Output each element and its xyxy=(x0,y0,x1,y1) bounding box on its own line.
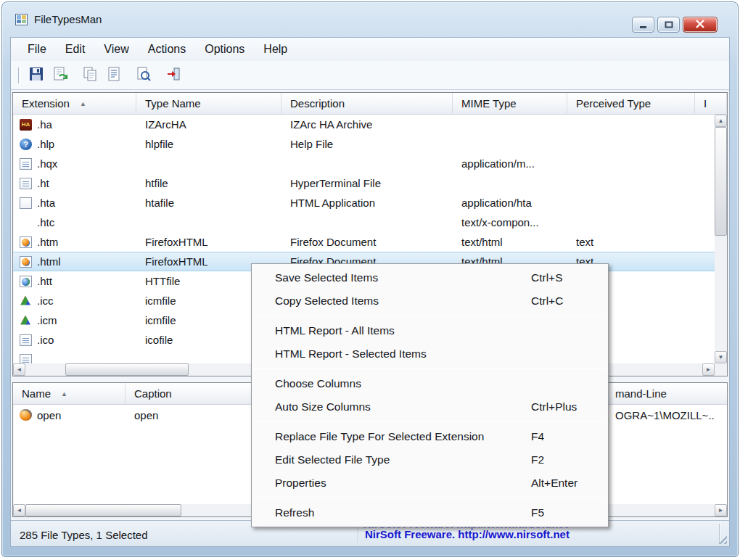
column-header-mime-type[interactable]: MIME Type xyxy=(453,93,567,114)
type-name-cell: htafile xyxy=(136,197,281,209)
column-header-perceived-type[interactable]: Perceived Type xyxy=(567,93,695,114)
menu-item-html-report-all-items[interactable]: HTML Report - All Items xyxy=(253,319,607,342)
extension-text: .icc xyxy=(37,295,54,307)
extension-text: .htt xyxy=(37,275,52,287)
screenshot-stage: FileTypesMan File Edit View Actions Opti… xyxy=(0,0,740,560)
file-type-icon xyxy=(20,334,32,346)
scroll-right-icon[interactable]: ► xyxy=(702,363,715,376)
menu-view[interactable]: View xyxy=(94,39,138,59)
menu-item-choose-columns[interactable]: Choose Columns xyxy=(253,372,607,395)
nirsoft-link[interactable]: NirSoft Freeware. http://www.nirsoft.net xyxy=(365,528,570,540)
menu-item-label: Copy Selected Items xyxy=(275,295,379,307)
window-controls xyxy=(632,17,718,33)
menu-item-shortcut: Ctrl+Plus xyxy=(531,395,577,419)
table-row[interactable]: .hthtfileHyperTerminal File xyxy=(13,173,715,193)
scroll-up-icon[interactable]: ▲ xyxy=(715,115,727,127)
column-header-extension[interactable]: Extension▲ xyxy=(13,93,136,114)
sort-ascending-icon: ▲ xyxy=(80,100,86,107)
extension-cell: .htm xyxy=(13,236,136,248)
filetypesman-window: FileTypesMan File Edit View Actions Opti… xyxy=(1,1,739,557)
menu-item-html-report-selected-items[interactable]: HTML Report - Selected Items xyxy=(253,342,607,366)
table-row[interactable]: .htahtafileHTML Applicationapplication/h… xyxy=(13,193,715,213)
menu-item-properties[interactable]: PropertiesAlt+Enter xyxy=(253,472,607,495)
find-icon xyxy=(136,66,152,85)
toolbar xyxy=(11,61,729,90)
menu-file[interactable]: File xyxy=(18,39,56,59)
file-types-header: Extension▲ Type Name Description MIME Ty… xyxy=(13,93,727,115)
menu-edit[interactable]: Edit xyxy=(56,39,95,59)
menu-item-shortcut: F5 xyxy=(531,501,544,524)
scroll-right-icon[interactable]: ► xyxy=(715,504,727,516)
scroll-down-icon[interactable]: ▼ xyxy=(715,351,727,363)
type-name-cell: hlpfile xyxy=(136,138,281,150)
menu-item-replace-file-type[interactable]: Replace File Type For Selected Extension… xyxy=(253,425,607,448)
extension-cell: .hta xyxy=(13,197,136,209)
column-header-name[interactable]: Name▲ xyxy=(13,383,126,404)
mime-type-cell: application/hta xyxy=(453,197,567,209)
extension-cell xyxy=(13,354,136,364)
scrollbar-thumb[interactable] xyxy=(25,504,181,516)
action-name-cell: open xyxy=(13,409,126,421)
column-label: Extension xyxy=(22,97,70,110)
file-type-icon xyxy=(20,217,32,228)
app-icon xyxy=(15,14,28,25)
refresh-button[interactable] xyxy=(49,65,71,86)
menu-item-save-selected-items[interactable]: Save Selected ItemsCtrl+S xyxy=(253,266,607,289)
table-row[interactable]: .hqxapplication/m... xyxy=(13,154,715,173)
extension-text: .htc xyxy=(37,216,54,228)
scrollbar-track[interactable] xyxy=(715,127,727,351)
menu-actions[interactable]: Actions xyxy=(139,39,195,59)
close-button[interactable] xyxy=(683,17,718,33)
menu-item-auto-size-columns[interactable]: Auto Size ColumnsCtrl+Plus xyxy=(253,395,607,419)
perceived-type-cell: text xyxy=(567,236,695,248)
maximize-button[interactable] xyxy=(657,17,680,33)
extension-cell: .ht xyxy=(13,177,136,189)
column-header-type-name[interactable]: Type Name xyxy=(136,93,281,114)
menu-bar: File Edit View Actions Options Help xyxy=(11,38,729,61)
table-row[interactable]: .haIZArcHAIZArc HA Archive xyxy=(13,115,715,134)
extension-cell: .hlp xyxy=(13,138,136,150)
menu-item-label: Edit Selected File Type xyxy=(275,453,390,466)
extension-cell: .ha xyxy=(13,118,136,131)
extension-cell: .ico xyxy=(13,334,136,346)
extension-cell: .htc xyxy=(13,216,136,228)
description-cell: HTML Application xyxy=(281,197,453,209)
column-header-description[interactable]: Description xyxy=(281,93,453,114)
extension-cell: .icc xyxy=(13,295,136,307)
table-row[interactable]: .htmFirefoxHTMLFirefox Documenttext/html… xyxy=(13,232,715,252)
table-row[interactable]: .htctext/x-compon... xyxy=(13,213,715,232)
menu-item-shortcut: Ctrl+C xyxy=(531,289,563,313)
extension-cell: .html xyxy=(13,255,136,268)
save-button[interactable] xyxy=(25,65,47,86)
scroll-left-icon[interactable]: ◄ xyxy=(13,504,25,516)
properties-button[interactable] xyxy=(103,65,125,86)
menu-help[interactable]: Help xyxy=(254,39,297,59)
file-type-icon xyxy=(20,256,32,268)
scroll-left-icon[interactable]: ◄ xyxy=(13,363,25,376)
scrollbar-thumb[interactable] xyxy=(715,127,727,236)
menu-options[interactable]: Options xyxy=(195,39,254,59)
window-title: FileTypesMan xyxy=(34,13,102,25)
column-header-command-line[interactable]: mand-Line xyxy=(615,387,667,400)
copy-icon xyxy=(82,66,98,85)
column-header-truncated[interactable]: I xyxy=(695,93,727,114)
menu-item-shortcut: F4 xyxy=(531,425,544,448)
scrollbar-thumb[interactable] xyxy=(65,363,189,376)
resize-grip-icon[interactable] xyxy=(716,533,727,544)
menu-item-copy-selected-items[interactable]: Copy Selected ItemsCtrl+C xyxy=(253,289,607,313)
description-cell: IZArc HA Archive xyxy=(281,118,453,131)
table-row[interactable]: .hlphlpfileHelp File xyxy=(13,134,715,154)
find-button[interactable] xyxy=(133,65,155,86)
minimize-button[interactable] xyxy=(632,17,654,33)
file-type-icon xyxy=(20,158,32,170)
file-type-icon xyxy=(20,354,32,364)
exit-button[interactable] xyxy=(163,65,184,86)
extension-text: .icm xyxy=(37,314,57,326)
menu-item-refresh[interactable]: RefreshF5 xyxy=(253,501,607,524)
menu-item-label: Choose Columns xyxy=(275,377,361,390)
title-bar[interactable]: FileTypesMan xyxy=(2,2,738,37)
vertical-scrollbar[interactable]: ▲ ▼ xyxy=(715,115,727,363)
menu-separator xyxy=(255,368,605,369)
menu-item-edit-selected-file-type[interactable]: Edit Selected File TypeF2 xyxy=(253,448,607,472)
copy-button[interactable] xyxy=(79,65,101,86)
